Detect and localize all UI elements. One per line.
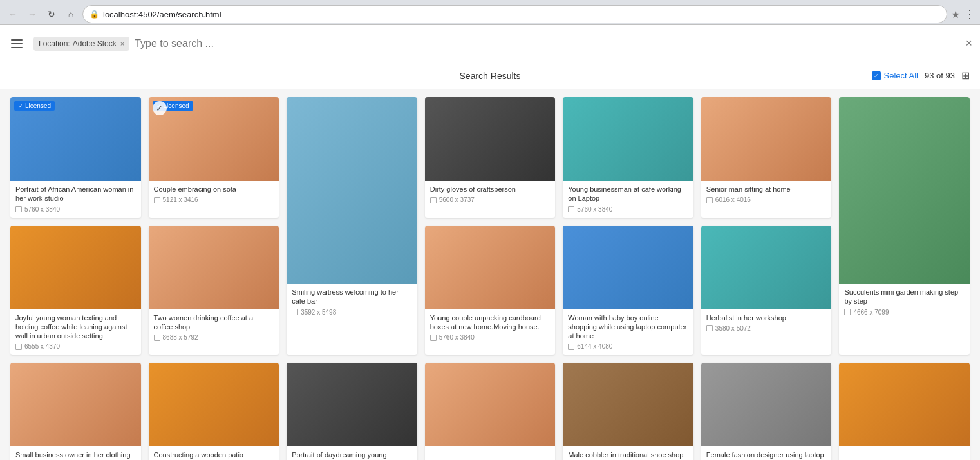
url-text: localhost:4502/aem/search.html — [103, 10, 221, 19]
card-title: Young couple unpacking cardboard boxes a… — [430, 313, 551, 332]
card-image — [10, 363, 141, 446]
card-title: Joyful young woman texting and holding c… — [15, 313, 136, 341]
reload-button[interactable]: ↻ — [44, 6, 59, 22]
card-image — [425, 363, 556, 446]
card-dimensions: 3580 x 5072 — [706, 325, 827, 332]
card-body: Joyful young woman texting and holding c… — [10, 309, 141, 356]
card-title: Dirty gloves of craftsperson — [430, 185, 551, 194]
card-body: Male cobbler in traditional shoe shop on… — [563, 446, 693, 460]
card-image — [563, 226, 693, 309]
results-grid: Licensed Portrait of African American wo… — [10, 97, 970, 460]
dimensions-icon — [430, 335, 437, 341]
card-dimensions: 4666 x 7099 — [844, 309, 965, 316]
card-item[interactable]: Licensed Portrait of African American wo… — [10, 97, 141, 218]
card-item[interactable]: Joyful young woman texting and holding c… — [10, 226, 141, 356]
card-image-wrap — [425, 97, 556, 181]
card-dimensions: 3592 x 5498 — [292, 309, 412, 316]
app-header: Location: Adobe Stock × × — [0, 25, 980, 62]
card-item[interactable]: Small business owner in her clothing sto… — [10, 363, 141, 460]
card-body: Succulents mini garden making step by st… — [839, 284, 970, 321]
search-input[interactable] — [129, 38, 965, 50]
card-dimensions: 5760 x 3840 — [430, 334, 551, 341]
card-title: Woman with baby boy online shopping whil… — [568, 313, 688, 341]
card-image-wrap — [149, 363, 279, 446]
card-image — [287, 363, 417, 446]
header-close-button[interactable]: × — [965, 37, 972, 50]
card-item[interactable]: Herbalist in her workshop 3580 x 5072 — [701, 226, 832, 356]
location-tag: Location: Adobe Stock × — [33, 37, 129, 51]
card-image — [10, 226, 141, 309]
card-title: Young businessman at cafe working on Lap… — [568, 185, 688, 203]
dimensions-icon — [292, 309, 298, 315]
card-item[interactable]: Woman with baby boy online shopping whil… — [563, 226, 693, 356]
results-title: Search Results — [460, 71, 521, 81]
card-item[interactable]: Female fashion designer using laptop in … — [701, 363, 832, 460]
sidebar-toggle-button[interactable] — [8, 35, 26, 53]
card-image-wrap — [839, 97, 970, 284]
card-item[interactable]: Constructing a wooden patio 5760 x 3840 — [149, 363, 279, 460]
card-image-wrap — [563, 97, 693, 181]
card-item[interactable]: Portrait of daydreaming young — [287, 363, 417, 460]
card-title: Small business owner in her clothing sto… — [15, 450, 136, 460]
card-title: Two women drinking coffee at a coffee sh… — [154, 313, 274, 332]
card-item[interactable]: Licensed ✓ Couple embracing on sofa 5121… — [149, 97, 279, 218]
card-body: Dirty gloves of craftsperson 5600 x 3737 — [425, 181, 556, 208]
card-image — [425, 97, 556, 181]
card-image-wrap — [563, 363, 693, 446]
card-image — [701, 97, 832, 181]
card-dimensions: 6144 x 4080 — [568, 343, 688, 350]
card-title: Smiling waitress welcoming to her cafe b… — [292, 288, 412, 306]
content-area[interactable]: Licensed Portrait of African American wo… — [0, 89, 980, 460]
card-item[interactable]: Succulents mini garden making step by st… — [839, 97, 970, 355]
card-item[interactable]: Young businessman at cafe working on Lap… — [563, 97, 693, 218]
forward-button[interactable]: → — [24, 6, 40, 22]
card-item[interactable]: Two women drinking coffee at a coffee sh… — [149, 226, 279, 356]
card-item[interactable]: Senior man sitting at home 6016 x 4016 — [701, 97, 832, 218]
grid-view-button[interactable]: ⊞ — [961, 69, 970, 82]
card-body: Constructing a wooden patio 5760 x 3840 — [149, 446, 279, 460]
card-body: Small business owner in her clothing sto… — [10, 446, 141, 460]
card-image-wrap — [701, 363, 832, 446]
card-image-wrap — [287, 97, 417, 284]
card-image-wrap — [425, 363, 556, 446]
card-item[interactable]: Dirty gloves of craftsperson 5600 x 3737 — [425, 97, 556, 218]
card-item[interactable]: Smiling waitress welcoming to her cafe b… — [287, 97, 417, 355]
card-item[interactable] — [839, 363, 970, 460]
card-item[interactable]: Male cobbler in traditional shoe shop on… — [563, 363, 693, 460]
select-all-button[interactable]: Select All — [872, 71, 918, 80]
card-image — [701, 363, 832, 446]
dimensions-icon — [844, 309, 851, 315]
dimensions-icon — [15, 344, 22, 350]
card-image — [149, 363, 279, 446]
card-body — [425, 446, 556, 455]
address-bar[interactable]: 🔒 localhost:4502/aem/search.html — [82, 5, 947, 23]
card-body: Senior man sitting at home 6016 x 4016 — [701, 181, 832, 208]
card-image-wrap — [10, 363, 141, 446]
home-button[interactable]: ⌂ — [63, 6, 79, 22]
card-image-wrap — [701, 97, 832, 181]
card-image-wrap — [149, 226, 279, 309]
location-close-icon[interactable]: × — [120, 40, 124, 48]
card-item[interactable]: Young couple unpacking cardboard boxes a… — [425, 226, 556, 356]
card-image — [701, 226, 832, 309]
back-button[interactable]: ← — [5, 6, 21, 22]
card-title: Succulents mini garden making step by st… — [844, 288, 965, 306]
card-image — [563, 97, 693, 181]
card-body: Couple embracing on sofa 5121 x 3416 — [149, 181, 279, 208]
card-title: Male cobbler in traditional shoe shop on… — [568, 450, 688, 460]
card-item[interactable] — [425, 363, 556, 460]
dimensions-icon — [568, 206, 574, 212]
more-button[interactable]: ⋮ — [964, 7, 975, 21]
card-image — [425, 226, 556, 309]
card-body: Smiling waitress welcoming to her cafe b… — [287, 284, 417, 321]
card-image-wrap — [10, 226, 141, 309]
card-dimensions: 5600 x 3737 — [430, 196, 551, 203]
bookmark-button[interactable]: ★ — [951, 8, 960, 21]
select-all-label: Select All — [884, 71, 918, 80]
card-body: Portrait of African American woman in he… — [10, 181, 141, 218]
results-toolbar: Search Results Select All 93 of 93 ⊞ — [0, 62, 980, 89]
card-image-wrap — [839, 363, 970, 446]
dimensions-icon — [154, 197, 160, 203]
results-count: 93 of 93 — [925, 71, 955, 80]
card-body: Young couple unpacking cardboard boxes a… — [425, 309, 556, 347]
